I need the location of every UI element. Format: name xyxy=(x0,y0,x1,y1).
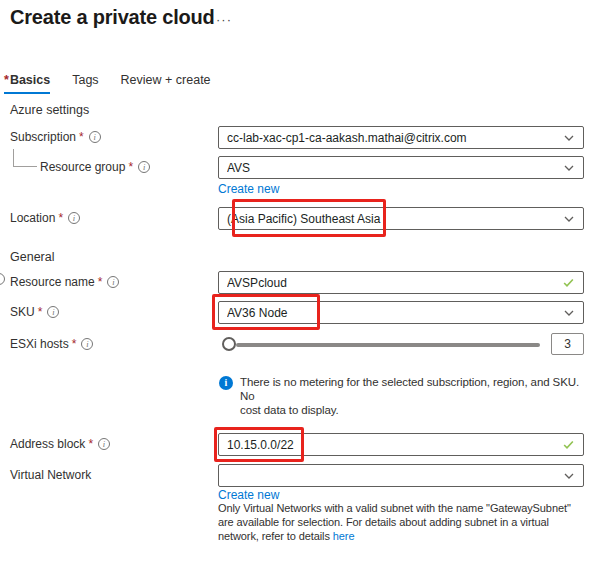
more-options-icon[interactable]: ··· xyxy=(216,12,232,27)
resource-name-input[interactable]: AVSPcloud xyxy=(218,271,584,294)
tab-review-create-label: Review + create xyxy=(121,73,211,87)
info-banner-text: There is no metering for the selected su… xyxy=(240,375,590,417)
info-icon[interactable] xyxy=(81,338,93,350)
info-icon[interactable] xyxy=(89,131,101,143)
tab-basics[interactable]: *Basics xyxy=(4,73,50,94)
chevron-down-icon xyxy=(563,132,575,144)
esxi-hosts-slider-handle[interactable] xyxy=(222,337,236,351)
info-banner-icon xyxy=(219,376,233,390)
virtual-network-dropdown[interactable] xyxy=(218,464,584,487)
chevron-down-icon xyxy=(563,213,575,225)
resource-group-label: Resource group* xyxy=(40,160,150,174)
subscription-dropdown[interactable]: cc-lab-xac-cp1-ca-aakash.mathai@citrix.c… xyxy=(218,126,584,149)
sku-label: SKU* xyxy=(10,305,59,319)
tab-tags-label: Tags xyxy=(72,73,98,87)
tree-connector-line xyxy=(13,149,37,167)
chevron-down-icon xyxy=(563,162,575,174)
address-block-input[interactable]: 10.15.0.0/22 xyxy=(218,433,584,456)
info-icon[interactable] xyxy=(98,438,110,450)
chevron-down-icon xyxy=(563,307,575,319)
subscription-label: Subscription* xyxy=(10,130,101,144)
tab-bar: *Basics Tags Review + create xyxy=(4,73,211,94)
info-icon[interactable] xyxy=(107,276,119,288)
tab-tags[interactable]: Tags xyxy=(72,73,98,94)
required-marker: * xyxy=(4,73,9,87)
location-label: Location* xyxy=(10,211,80,225)
virtual-network-helper-text: Only Virtual Networks with a valid subne… xyxy=(218,501,571,543)
sku-dropdown[interactable]: AV36 Node xyxy=(218,301,584,324)
valid-check-icon xyxy=(562,438,575,451)
info-icon[interactable] xyxy=(68,212,80,224)
create-new-virtual-network-link[interactable]: Create new xyxy=(218,488,279,502)
esxi-hosts-slider-track[interactable] xyxy=(236,343,540,347)
esxi-hosts-label: ESXi hosts* xyxy=(10,337,93,351)
clipped-info-icon xyxy=(0,273,5,285)
create-private-cloud-blade: Create a private cloud ··· *Basics Tags … xyxy=(0,0,608,562)
here-link[interactable]: here xyxy=(333,530,355,542)
resource-name-label: Resource name* xyxy=(10,275,119,289)
tab-basics-label: Basics xyxy=(10,73,50,87)
valid-check-icon xyxy=(562,276,575,289)
info-icon[interactable] xyxy=(138,161,150,173)
info-icon[interactable] xyxy=(47,306,59,318)
virtual-network-label: Virtual Network xyxy=(10,468,91,482)
create-new-resource-group-link[interactable]: Create new xyxy=(218,182,279,196)
esxi-hosts-count-input[interactable]: 3 xyxy=(551,333,584,355)
section-azure-settings: Azure settings xyxy=(10,103,89,117)
tab-review-create[interactable]: Review + create xyxy=(121,73,211,94)
section-general: General xyxy=(10,250,54,264)
chevron-down-icon xyxy=(563,470,575,482)
location-dropdown[interactable]: (Asia Pacific) Southeast Asia xyxy=(218,207,584,230)
resource-group-dropdown[interactable]: AVS xyxy=(218,156,584,179)
page-title: Create a private cloud xyxy=(10,6,215,29)
address-block-label: Address block* xyxy=(10,437,110,451)
